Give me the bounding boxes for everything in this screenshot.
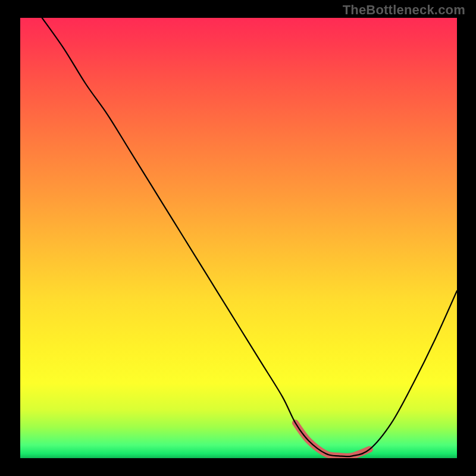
curve-line bbox=[42, 18, 457, 456]
curve-svg bbox=[20, 18, 457, 458]
plot-area bbox=[20, 18, 457, 458]
curve-highlight bbox=[295, 423, 369, 456]
chart-frame: TheBottleneck.com bbox=[0, 0, 476, 476]
watermark-text: TheBottleneck.com bbox=[343, 2, 465, 18]
